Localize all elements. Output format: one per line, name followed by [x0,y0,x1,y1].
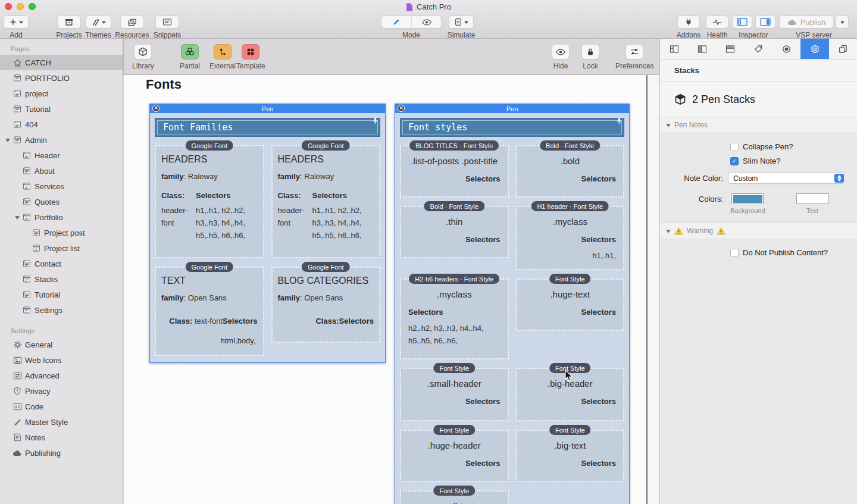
pen-titlebar[interactable]: ✕Pen [150,104,385,113]
partial-button[interactable]: Partial [180,44,200,70]
pen-close-button[interactable]: ✕ [152,105,159,112]
add-button[interactable]: Add [2,15,30,39]
pen-close-button[interactable]: ✕ [398,105,405,112]
text-color-well[interactable] [796,193,828,204]
tab-tags[interactable] [745,39,772,59]
page-item-project[interactable]: project [0,86,123,101]
font-card[interactable]: Font Style.small-textSelectors [400,490,509,504]
collapse-pen-checkbox[interactable] [730,143,739,151]
minimize-window-button[interactable] [17,3,24,10]
page-item-quotes[interactable]: Quotes [0,194,123,209]
setting-item-master-style[interactable]: Master Style [0,414,123,430]
font-card[interactable]: Bold · Font Style.thinSelectors [400,206,509,258]
tab-layout-header[interactable] [717,39,745,59]
font-card[interactable]: Google FontTEXTfamily: Open SansClass: t… [155,267,264,356]
zoom-window-button[interactable] [29,3,36,10]
page-item-catch[interactable]: CATCH [0,55,123,70]
edit-mode-button[interactable] [381,16,411,28]
themes-button[interactable]: Themes [83,15,113,39]
setting-item-notes[interactable]: Notes [0,430,123,445]
font-card[interactable]: Font Style.huge-headerSelectors [400,430,509,482]
card-title: .bold [523,156,618,166]
preview-mode-button[interactable] [411,16,441,28]
page-item-about[interactable]: About [0,163,123,179]
stacks-toolbar: Library Partial External Template Hide L… [123,39,659,75]
page-item-settings[interactable]: Settings [0,302,123,318]
lock-button[interactable]: Lock [581,44,599,70]
setting-item-code[interactable]: Code [0,399,123,414]
canvas-scrollbar[interactable] [648,75,659,504]
addons-button[interactable]: Addons [671,15,706,39]
inspector-right-button[interactable] [755,15,775,29]
pen-window[interactable]: ✕PenFont stylesBLOG TITLES · Font Style.… [395,104,630,504]
setting-item-general[interactable]: General [0,337,123,352]
health-button[interactable]: Health [702,15,732,39]
library-icon [138,47,148,57]
setting-item-privacy[interactable]: Privacy [0,383,123,399]
page-item-portfolio[interactable]: Portfolio [0,209,123,225]
pin-icon[interactable] [617,117,622,127]
resources-button[interactable]: Resources [114,15,150,39]
selectors-label: Selectors [406,397,502,406]
tab-preview[interactable] [772,39,800,59]
page-item-tutorial[interactable]: Tutorial [0,101,123,117]
warning-section-header[interactable]: Warning [660,223,857,239]
projects-button[interactable]: Projects [51,15,87,39]
do-not-publish-checkbox[interactable] [730,249,739,257]
external-button[interactable]: External [209,44,236,70]
disclosure-slot[interactable] [4,138,12,142]
page-item-stacks[interactable]: Stacks [0,271,123,287]
selectors-label: Selectors [406,308,502,317]
font-card[interactable]: H1 header · Font Style.myclassSelectorsh… [516,206,625,270]
setting-item-web-icons[interactable]: Web Icons [0,352,123,368]
simulate-button[interactable]: Simulate [445,15,478,39]
note-header[interactable]: Font styles [400,118,624,137]
page-item-project-post[interactable]: Project post [0,225,123,240]
pen-titlebar[interactable]: ✕Pen [395,104,629,113]
preferences-button[interactable]: Preferences [615,44,654,70]
font-card[interactable]: Google FontHEADERSfamily: RalewayClass:h… [155,145,264,258]
page-item-portfolio[interactable]: PORTFOLIO [0,70,123,86]
library-button[interactable]: Library [132,44,154,70]
pen-window[interactable]: ✕PenFont FamiliesGoogle FontHEADERSfamil… [149,104,386,363]
page-item-tutorial[interactable]: Tutorial [0,287,123,302]
background-color-well[interactable] [731,193,764,204]
publish-menu-button[interactable] [836,15,849,29]
font-card[interactable]: Google FontHEADERSfamily: RalewayClass:h… [271,145,381,258]
snippets-button[interactable]: Snippets [149,15,185,39]
pin-icon[interactable] [373,117,378,127]
font-card[interactable]: Google FontBLOG CATEGORIESfamily: Open S… [271,267,381,343]
font-card[interactable]: Bold · Font Style.boldSelectors [516,145,625,198]
page-item-contact[interactable]: Contact [0,256,123,271]
disclosure-slot[interactable] [13,215,21,220]
page-item-project-list[interactable]: Project list [0,240,123,256]
font-card[interactable]: Font Style.big-headerSelectors [516,368,625,421]
note-header[interactable]: Font Families [155,118,380,137]
tab-settings[interactable] [800,39,828,59]
slim-note-checkbox[interactable]: ✓ [730,157,739,165]
page-item-admin[interactable]: Admin [0,132,123,148]
template-button[interactable]: Template [236,44,265,70]
tab-templates[interactable] [829,39,857,59]
inspector-left-button[interactable] [732,15,752,29]
note-color-select[interactable]: Custom [728,173,845,184]
setting-item-advanced[interactable]: Advanced [0,368,123,383]
tab-layout-sidebar[interactable] [688,39,716,59]
close-window-button[interactable] [5,3,12,10]
page-item-404[interactable]: 404 [0,117,123,132]
font-card[interactable]: H2-h6 headers · Font Style.myclassSelect… [400,278,509,359]
page-icon [21,198,32,206]
note-icon [12,433,23,442]
pen-notes-section-header[interactable]: Pen Notes [660,117,857,133]
tab-layout-split[interactable] [660,39,688,59]
hide-button[interactable]: Hide [552,44,570,70]
font-card[interactable]: Font Style.big-textSelectors [516,430,625,482]
font-card[interactable]: Font Style.huge-textSelectors [516,278,625,331]
page-item-header[interactable]: Header [0,148,123,163]
font-card[interactable]: Font Style.small-headerSelectors [400,368,509,421]
setting-item-publishing[interactable]: Publishing [0,445,123,461]
page-item-services[interactable]: Services [0,179,123,194]
publish-button[interactable]: Publish [779,15,834,29]
edit-canvas[interactable]: Fonts ✕PenFont FamiliesGoogle FontHEADER… [124,75,659,504]
font-card[interactable]: BLOG TITLES · Font Style.list-of-posts .… [400,145,509,198]
